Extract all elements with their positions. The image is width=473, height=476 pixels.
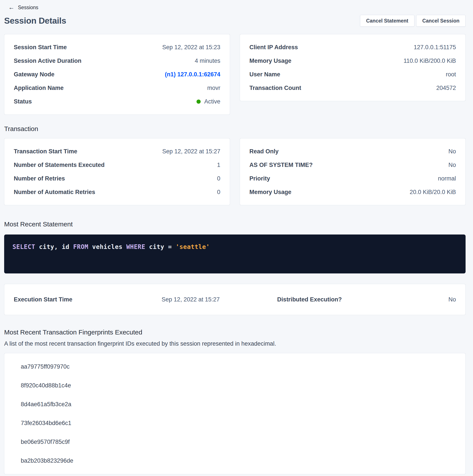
kv-value: 204572 xyxy=(436,85,456,91)
kv-label: Gateway Node xyxy=(14,71,54,78)
kv-label: Status xyxy=(14,98,32,105)
sql-text: vehicles xyxy=(88,243,126,251)
execution-card: Execution Start Time Sep 12, 2022 at 15:… xyxy=(4,284,466,315)
kv-value: Sep 12, 2022 at 15:27 xyxy=(162,148,220,155)
kv-row-transaction-count: Transaction Count 204572 xyxy=(249,81,456,95)
execution-start-time-value: Sep 12, 2022 at 15:27 xyxy=(135,296,246,303)
kv-value: movr xyxy=(207,85,220,91)
kv-row-read-only: Read Only No xyxy=(249,145,456,158)
kv-row-retries: Number of Retries 0 xyxy=(14,172,220,185)
kv-value: 1 xyxy=(217,162,220,169)
fingerprint-item: 8d4ae61a5fb3ce2a xyxy=(21,395,456,414)
kv-label: AS OF SYSTEM TIME? xyxy=(249,162,313,169)
kv-label: Session Start Time xyxy=(14,44,67,51)
kv-value: 127.0.0.1:51175 xyxy=(414,44,456,51)
kv-row-client-ip: Client IP Address 127.0.0.1:51175 xyxy=(249,40,456,54)
kv-label: Transaction Start Time xyxy=(14,148,77,155)
header-actions: Cancel Statement Cancel Session xyxy=(360,15,466,27)
fingerprints-card: aa79775ff097970c 8f920c40d88b1c4e 8d4ae6… xyxy=(4,353,466,474)
kv-row-automatic-retries: Number of Automatic Retries 0 xyxy=(14,185,220,199)
kv-label: Memory Usage xyxy=(249,58,291,64)
kv-row-priority: Priority normal xyxy=(249,172,456,185)
kv-row-session-start-time: Session Start Time Sep 12, 2022 at 15:23 xyxy=(14,40,220,54)
kv-row-user-name: User Name root xyxy=(249,68,456,81)
kv-label: Client IP Address xyxy=(249,44,298,51)
session-summary-card-right: Client IP Address 127.0.0.1:51175 Memory… xyxy=(240,34,466,101)
transaction-grid: Transaction Start Time Sep 12, 2022 at 1… xyxy=(4,138,466,205)
kv-label: Transaction Count xyxy=(249,85,301,91)
kv-value: 20.0 KiB/20.0 KiB xyxy=(410,189,456,196)
kv-label: User Name xyxy=(249,71,280,78)
kv-row-gateway-node: Gateway Node (n1) 127.0.0.1:62674 xyxy=(14,68,220,81)
session-summary-card-left: Session Start Time Sep 12, 2022 at 15:23… xyxy=(4,34,230,115)
transaction-section-title: Transaction xyxy=(4,125,466,133)
kv-row-as-of-system-time: AS OF SYSTEM TIME? No xyxy=(249,158,456,172)
sql-keyword: FROM xyxy=(73,243,88,251)
execution-start-time-label: Execution Start Time xyxy=(14,296,135,303)
kv-value: Sep 12, 2022 at 15:23 xyxy=(162,44,220,51)
kv-row-txn-memory-usage: Memory Usage 20.0 KiB/20.0 KiB xyxy=(249,185,456,199)
fingerprint-item: ba2b203b823296de xyxy=(21,451,456,470)
kv-label: Application Name xyxy=(14,85,64,91)
kv-row-memory-usage: Memory Usage 110.0 KiB/200.0 KiB xyxy=(249,54,456,68)
fingerprint-item: be06e9570f785c9f xyxy=(21,432,456,451)
kv-value: 4 minutes xyxy=(195,58,220,64)
kv-row-status: Status Active xyxy=(14,95,220,108)
fingerprints-section-title: Most Recent Transaction Fingerprints Exe… xyxy=(4,328,466,337)
status-text: Active xyxy=(204,98,220,105)
kv-value: No xyxy=(448,148,456,155)
cancel-statement-button[interactable]: Cancel Statement xyxy=(360,15,414,27)
sql-text: city = xyxy=(145,243,176,251)
left-arrow-icon: ← xyxy=(8,4,15,11)
cancel-session-button[interactable]: Cancel Session xyxy=(416,15,466,27)
kv-row-txn-start-time: Transaction Start Time Sep 12, 2022 at 1… xyxy=(14,145,220,158)
sql-keyword: SELECT xyxy=(13,243,35,251)
sql-keyword: WHERE xyxy=(126,243,145,251)
transaction-card-left: Transaction Start Time Sep 12, 2022 at 1… xyxy=(4,138,230,205)
kv-label: Memory Usage xyxy=(249,189,291,196)
kv-value: root xyxy=(446,71,456,78)
sql-string-literal: 'seattle' xyxy=(176,243,210,251)
kv-value: normal xyxy=(438,175,456,182)
statement-section-title: Most Recent Statement xyxy=(4,220,466,228)
kv-label: Number of Retries xyxy=(14,175,65,182)
page-title: Session Details xyxy=(4,16,66,26)
distributed-execution-label: Distributed Execution? xyxy=(246,296,373,303)
kv-value: 0 xyxy=(217,175,220,182)
kv-label: Number of Statements Executed xyxy=(14,162,105,169)
fingerprint-item: 8f920c40d88b1c4e xyxy=(21,376,456,395)
kv-row-statements-executed: Number of Statements Executed 1 xyxy=(14,158,220,172)
kv-label: Read Only xyxy=(249,148,279,155)
kv-value: No xyxy=(448,162,456,169)
kv-label: Priority xyxy=(249,175,270,182)
breadcrumb-back-link[interactable]: ← Sessions xyxy=(8,4,38,11)
kv-value: 110.0 KiB/200.0 KiB xyxy=(404,58,456,64)
gateway-node-link[interactable]: (n1) 127.0.0.1:62674 xyxy=(165,71,220,78)
transaction-card-right: Read Only No AS OF SYSTEM TIME? No Prior… xyxy=(240,138,466,205)
page-header: Session Details Cancel Statement Cancel … xyxy=(4,15,466,27)
kv-label: Session Active Duration xyxy=(14,58,82,64)
sql-text: city, id xyxy=(35,243,73,251)
kv-row-session-active-duration: Session Active Duration 4 minutes xyxy=(14,54,220,68)
session-details-page: ← Sessions Session Details Cancel Statem… xyxy=(0,0,473,474)
kv-value: 0 xyxy=(217,189,220,196)
session-summary-grid: Session Start Time Sep 12, 2022 at 15:23… xyxy=(4,34,466,115)
distributed-execution-value: No xyxy=(373,296,456,303)
kv-row-application-name: Application Name movr xyxy=(14,81,220,95)
fingerprint-item: aa79775ff097970c xyxy=(21,357,456,376)
fingerprint-item: 73fe26034bd6e6c1 xyxy=(21,414,456,432)
active-status-dot-icon xyxy=(196,100,201,104)
status-badge: Active xyxy=(196,98,220,105)
breadcrumb-label: Sessions xyxy=(18,5,38,11)
kv-label: Number of Automatic Retries xyxy=(14,189,95,196)
fingerprints-description: A list of the most recent transaction fi… xyxy=(4,340,466,347)
sql-statement-box: SELECT city, id FROM vehicles WHERE city… xyxy=(4,235,466,273)
